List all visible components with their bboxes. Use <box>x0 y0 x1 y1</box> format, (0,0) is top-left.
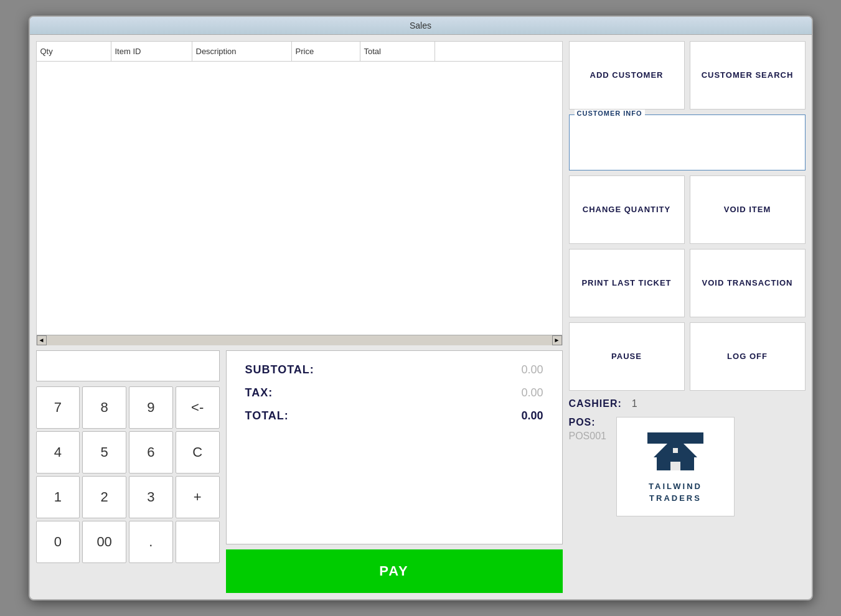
right-panel: ADD CUSTOMER CUSTOMER SEARCH CUSTOMER IN… <box>569 41 806 593</box>
col-price: Price <box>292 42 360 61</box>
numpad-empty <box>176 521 220 563</box>
middle-action-buttons: CHANGE QUANTITY VOID ITEM <box>569 175 806 244</box>
totals-box: SUBTOTAL: 0.00 TAX: 0.00 TOTAL: 0.00 <box>226 350 563 544</box>
numpad-1[interactable]: 1 <box>36 476 80 518</box>
col-extra <box>435 42 485 61</box>
col-qty: Qty <box>37 42 111 61</box>
scroll-left-button[interactable]: ◄ <box>37 335 47 345</box>
top-action-buttons: ADD CUSTOMER CUSTOMER SEARCH <box>569 41 806 110</box>
totals-pay-area: SUBTOTAL: 0.00 TAX: 0.00 TOTAL: 0.00 PAY <box>226 350 563 593</box>
numpad-9[interactable]: 9 <box>129 386 173 429</box>
pos-value: POS001 <box>569 431 606 442</box>
numpad-3[interactable]: 3 <box>129 476 173 518</box>
cashier-label: CASHIER: <box>569 398 622 409</box>
table-header: Qty Item ID Description Price Total <box>37 42 562 62</box>
svg-rect-5 <box>673 448 678 453</box>
numpad-2[interactable]: 2 <box>82 476 126 518</box>
col-item-id: Item ID <box>111 42 192 61</box>
numpad-0[interactable]: 0 <box>36 521 80 563</box>
numpad-00[interactable]: 00 <box>82 521 126 563</box>
tax-label: TAX: <box>245 386 273 399</box>
total-value: 0.00 <box>521 409 543 422</box>
numpad-grid: 7 8 9 <- 4 5 6 C 1 2 3 + 0 00 . <box>36 386 220 563</box>
change-quantity-button[interactable]: CHANGE QUANTITY <box>569 175 685 244</box>
cashier-section: CASHIER: 1 <box>569 396 806 412</box>
numpad-6[interactable]: 6 <box>129 431 173 474</box>
numpad-8[interactable]: 8 <box>82 386 126 429</box>
left-panel: Qty Item ID Description Price Total ◄ ► <box>36 41 563 593</box>
pay-button[interactable]: PAY <box>226 549 563 593</box>
subtotal-label: SUBTOTAL: <box>245 363 314 376</box>
numpad-7[interactable]: 7 <box>36 386 80 429</box>
logo-box: TAILWINDTRADERS <box>616 417 735 516</box>
numpad-4[interactable]: 4 <box>36 431 80 474</box>
customer-search-button[interactable]: CUSTOMER SEARCH <box>690 41 806 110</box>
subtotal-row: SUBTOTAL: 0.00 <box>245 363 543 376</box>
table-body <box>37 62 562 335</box>
numpad-display[interactable] <box>36 350 220 381</box>
numpad-clear[interactable]: C <box>176 431 220 474</box>
tax-row: TAX: 0.00 <box>245 386 543 399</box>
scroll-right-button[interactable]: ► <box>552 335 562 345</box>
void-item-button[interactable]: VOID ITEM <box>690 175 806 244</box>
numpad-plus[interactable]: + <box>176 476 220 518</box>
pause-button[interactable]: PAUSE <box>569 322 685 391</box>
scroll-track[interactable] <box>47 335 552 345</box>
window-title: Sales <box>410 21 431 30</box>
cashier-value: 1 <box>632 398 637 409</box>
add-customer-button[interactable]: ADD CUSTOMER <box>569 41 685 110</box>
bottom-action-buttons: PAUSE LOG OFF <box>569 322 806 391</box>
tax-value: 0.00 <box>521 386 543 399</box>
customer-info-label: CUSTOMER INFO <box>575 110 645 117</box>
print-last-ticket-button[interactable]: PRINT LAST TICKET <box>569 249 685 317</box>
col-description: Description <box>192 42 292 61</box>
pos-section: POS: POS001 <box>569 417 806 516</box>
pos-label: POS: <box>569 417 606 428</box>
pos-left: POS: POS001 <box>569 417 606 442</box>
subtotal-value: 0.00 <box>521 363 543 376</box>
horizontal-scrollbar[interactable]: ◄ ► <box>37 335 562 345</box>
void-transaction-button[interactable]: VOID TRANSACTION <box>690 249 806 317</box>
numpad-5[interactable]: 5 <box>82 431 126 474</box>
title-bar: Sales <box>30 17 812 35</box>
numpad-decimal[interactable]: . <box>129 521 173 563</box>
total-label: TOTAL: <box>245 409 289 422</box>
main-window: Sales Qty Item ID Description Price Tota… <box>29 16 813 600</box>
logo-text: TAILWINDTRADERS <box>649 480 702 505</box>
total-row: TOTAL: 0.00 <box>245 409 543 422</box>
log-off-button[interactable]: LOG OFF <box>690 322 806 391</box>
customer-info-box: CUSTOMER INFO <box>569 114 806 170</box>
items-table: Qty Item ID Description Price Total ◄ ► <box>36 41 563 345</box>
col-total: Total <box>360 42 435 61</box>
numpad-backspace[interactable]: <- <box>176 386 220 429</box>
svg-rect-4 <box>670 462 680 470</box>
ticket-action-buttons: PRINT LAST TICKET VOID TRANSACTION <box>569 249 806 317</box>
bottom-section: 7 8 9 <- 4 5 6 C 1 2 3 + 0 00 . <box>36 350 563 593</box>
numpad-area: 7 8 9 <- 4 5 6 C 1 2 3 + 0 00 . <box>36 350 220 593</box>
tailwind-traders-logo-icon <box>644 429 707 475</box>
